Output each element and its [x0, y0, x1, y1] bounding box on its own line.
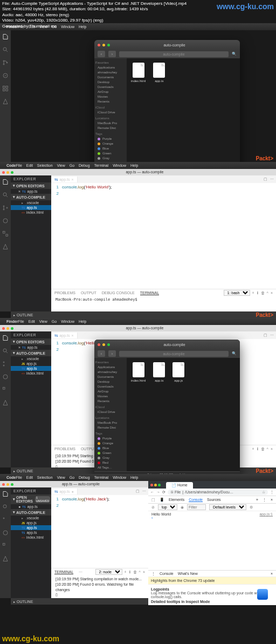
file-item[interactable]: app.ts [153, 362, 165, 382]
filter-field[interactable] [187, 504, 206, 510]
finder-toolbar[interactable]: ‹ › auto-compile 🔍 [94, 50, 240, 58]
extensions-icon[interactable] [2, 543, 9, 550]
reload-icon[interactable]: ⟳ [162, 490, 165, 494]
tag[interactable]: Purple [95, 137, 126, 141]
sidebar-item[interactable]: Desktop [95, 80, 126, 85]
browser-tab[interactable]: 📄 Home [166, 482, 193, 489]
back-icon[interactable]: ← [150, 490, 154, 494]
outline-section[interactable]: OUTLINE [11, 598, 148, 605]
sidebar-item[interactable]: Recents [95, 99, 126, 104]
tag[interactable]: Orange [95, 141, 126, 146]
explorer-sidebar[interactable]: EXPLORER ▾ OPEN EDITORS 1 UNSAVED ● app.… [11, 487, 51, 598]
panel-tab[interactable]: TERMINAL [140, 291, 159, 295]
search-icon[interactable] [2, 504, 9, 511]
forward-button[interactable]: › [108, 51, 116, 57]
explorer-sidebar[interactable]: EXPLORER ▾ OPEN EDITORS × app.ts ▾ AUTO-… [11, 175, 51, 311]
forward-icon[interactable]: → [156, 490, 160, 494]
sidebar-item[interactable]: Remote Disc [95, 126, 126, 131]
source-control-icon[interactable] [2, 59, 9, 67]
editor-area[interactable]: app.ts × ▢ ⋯ 1console.log('Hello World')… [51, 175, 276, 311]
more-icon[interactable]: » [256, 498, 258, 501]
sidebar-item[interactable]: Applications [95, 65, 126, 70]
zoom-icon[interactable] [107, 44, 110, 46]
project-section[interactable]: ▾ AUTO-COMPILE [11, 194, 51, 200]
tree-item[interactable]: .vscode [11, 200, 51, 205]
mac-menubar[interactable]: Code FileEdit SelectionView GoDebug Term… [0, 162, 276, 169]
sidebar-item[interactable]: iCloud Drive [95, 110, 126, 115]
finder-content[interactable]: index.html app.ts [127, 58, 240, 119]
drawer-tab[interactable]: ⋮ [151, 572, 155, 576]
azure-icon[interactable] [2, 555, 9, 563]
finder-sidebar[interactable]: Favorites Applications ahmadmohey Docume… [94, 58, 127, 172]
outline-section[interactable]: OUTLINE [11, 311, 276, 318]
settings-icon[interactable]: ⋮ [263, 498, 266, 502]
file-item[interactable]: app.js [172, 362, 184, 382]
debug-icon[interactable] [2, 530, 9, 537]
search-icon[interactable] [2, 192, 9, 199]
mac-menubar[interactable]: Finder FileEdit ViewGo WindowHelp [0, 318, 276, 325]
source-control-icon[interactable] [2, 517, 9, 524]
more-icon[interactable]: ⋯ [270, 177, 274, 181]
panel-tab[interactable]: DEBUG CONSOLE [102, 291, 135, 295]
sidebar-item[interactable]: Movies [95, 94, 126, 99]
debug-icon[interactable] [2, 374, 9, 381]
vscode-activity-bar[interactable] [0, 331, 11, 467]
sidebar-item[interactable]: ahmadmohey [95, 70, 126, 75]
file-item[interactable]: index.html [131, 63, 146, 83]
tree-item[interactable]: app.ts [11, 205, 51, 210]
clear-icon[interactable]: ⊘ [151, 505, 155, 510]
editor-area[interactable]: app.ts ● ▢⋯ 1console.log('Hello Jack'); … [51, 487, 148, 598]
finder-titlebar[interactable]: auto-compile [94, 40, 240, 50]
address-bar[interactable]: ① File | /Users/ahmadmohey/Docu…☆ [168, 490, 268, 495]
minimize-icon[interactable] [6, 171, 9, 174]
azure-icon[interactable] [2, 243, 9, 251]
panel-tab[interactable]: PROBLEMS [54, 291, 75, 295]
zoom-icon[interactable] [158, 484, 161, 486]
device-icon[interactable]: 📱 [160, 498, 164, 502]
new-terminal-icon[interactable]: + [252, 291, 254, 295]
devtools-tab[interactable]: Elements [169, 498, 184, 501]
search-icon[interactable]: 🔍 [232, 52, 237, 56]
files-icon[interactable] [2, 33, 9, 41]
search-icon[interactable] [2, 46, 9, 54]
sidebar-item[interactable]: Downloads [95, 85, 126, 90]
terminal[interactable]: MacBook-Pro:auto-compile ahmadmohey$ [51, 296, 276, 311]
file-item[interactable]: index.html [131, 362, 146, 382]
mac-menubar[interactable]: Code FileEdit SelectionView GoDebug Term… [0, 474, 276, 481]
source-control-icon[interactable] [2, 361, 9, 368]
drawer-tab[interactable]: What's New [178, 572, 198, 575]
editor-tab[interactable]: app.ts × [51, 177, 78, 182]
finder-window[interactable]: auto-compile ‹ › auto-compile 🔍 Favorite… [94, 40, 240, 178]
vscode-activity-bar[interactable] [0, 30, 11, 162]
devtools-tab[interactable]: Sources [207, 498, 221, 501]
split-icon[interactable]: ▢ [264, 177, 267, 181]
extensions-icon[interactable] [2, 387, 9, 394]
debug-icon[interactable] [2, 72, 9, 80]
close-icon[interactable]: × [271, 572, 273, 575]
files-icon[interactable] [2, 179, 9, 186]
close-icon[interactable]: × [71, 178, 73, 181]
open-editor-item[interactable]: × app.ts [11, 189, 51, 194]
sidebar-item[interactable]: Documents [95, 75, 126, 80]
minimize-icon[interactable] [154, 484, 157, 486]
close-icon[interactable]: × [271, 498, 273, 501]
panel-tab[interactable]: OUTPUT [81, 291, 96, 295]
code-editor[interactable]: 1console.log('Hello World'); 2 [51, 183, 276, 289]
star-icon[interactable]: ☆ [262, 490, 265, 495]
panel-tabs[interactable]: PROBLEMS OUTPUT DEBUG CONSOLE TERMINAL 1… [51, 289, 276, 296]
levels-select[interactable]: Default levels [209, 504, 246, 510]
minimize-icon[interactable] [102, 44, 105, 46]
close-icon[interactable] [150, 484, 153, 486]
files-icon[interactable] [2, 335, 9, 342]
sidebar-item[interactable]: AirDrop [95, 90, 126, 94]
vscode-activity-bar[interactable] [0, 487, 11, 598]
vscode-activity-bar[interactable] [0, 175, 11, 311]
close-icon[interactable] [98, 44, 100, 46]
file-item[interactable]: app.ts [153, 63, 165, 83]
source-control-icon[interactable] [2, 205, 9, 212]
split-terminal-icon[interactable]: ⫿ [257, 291, 259, 295]
extensions-icon[interactable] [2, 85, 9, 93]
close-icon[interactable] [2, 171, 5, 174]
console-output[interactable]: Hello World app.js:1 › [148, 511, 276, 570]
context-select[interactable]: top [158, 504, 177, 510]
